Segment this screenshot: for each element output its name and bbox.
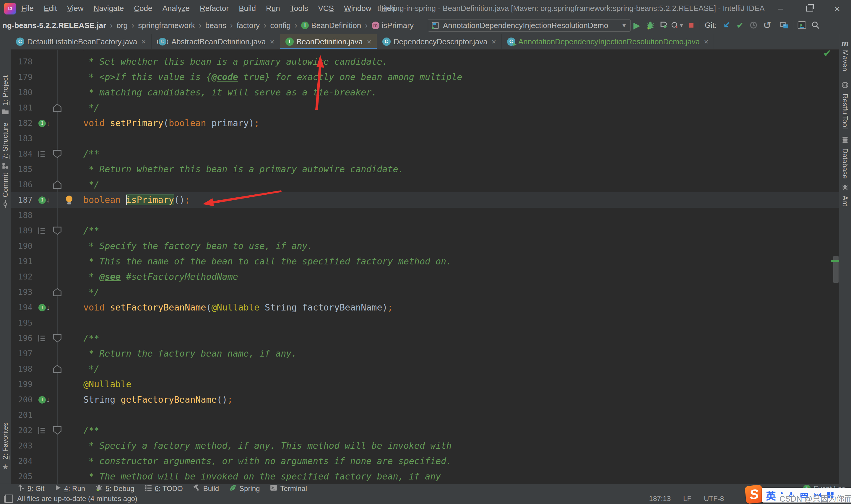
tab-close-icon[interactable]: × xyxy=(270,37,274,47)
profiler-button[interactable]: ▼ xyxy=(671,19,684,31)
code-line-199[interactable]: 199@Nullable xyxy=(11,377,839,392)
code-line-180[interactable]: 180 * matching candidates, it will serve… xyxy=(11,85,839,100)
code-line-194[interactable]: 194I↓void setFactoryBeanName(@Nullable S… xyxy=(11,300,839,315)
close-button[interactable]: × xyxy=(832,3,842,14)
code-editor[interactable]: /**178 * Set whether this bean is a prim… xyxy=(11,50,839,484)
tab-close-icon[interactable]: × xyxy=(704,37,708,47)
code-line-200[interactable]: 200I↓String getFactoryBeanName(); xyxy=(11,392,839,408)
code-line-184[interactable]: 184/** xyxy=(11,146,839,162)
code-line-193[interactable]: 193 */ xyxy=(11,285,839,300)
run-with-coverage-button[interactable] xyxy=(657,19,671,31)
fold-end-icon[interactable] xyxy=(53,288,61,296)
implemented-method-icon[interactable]: I↓ xyxy=(38,392,55,408)
toolwindow-button-spring[interactable]: Spring xyxy=(229,484,260,493)
tab-close-icon[interactable]: × xyxy=(141,37,146,47)
code-line-179[interactable]: 179 * <p>If this value is {@code true} f… xyxy=(11,69,839,85)
code-line-185[interactable]: 185 * Return whether this bean is a prim… xyxy=(11,162,839,177)
tool-stripe-commit[interactable]: Commit xyxy=(0,173,11,210)
menu-analyze[interactable]: Analyze xyxy=(162,4,190,13)
search-everywhere-icon[interactable] xyxy=(809,19,822,31)
breadcrumb-item[interactable]: ›springframework xyxy=(128,21,195,30)
run-configuration-select[interactable]: AnnotationDependencyInjectionResolutionD… xyxy=(428,19,631,32)
code-line-202[interactable]: 202/** xyxy=(11,423,839,438)
fold-end-icon[interactable] xyxy=(53,104,61,112)
tool-stripe-2-favorites[interactable]: 2: Favorites★ xyxy=(0,422,11,471)
tool-stripe-maven[interactable]: mMaven xyxy=(839,39,851,71)
fold-start-icon[interactable] xyxy=(53,426,61,435)
encoding-widget[interactable]: UTF-8 xyxy=(704,494,724,503)
tool-stripe-ant[interactable]: Ant xyxy=(839,183,851,206)
breadcrumb-item[interactable]: ›IBeanDefinition xyxy=(291,21,361,30)
menu-window[interactable]: Window xyxy=(344,4,371,13)
line-separator-widget[interactable]: LF xyxy=(683,494,691,503)
toolwindow-button-4-run[interactable]: 4: Run xyxy=(54,484,85,493)
menu-build[interactable]: Build xyxy=(239,4,256,13)
implemented-method-icon[interactable]: I↓ xyxy=(38,115,55,131)
rollback-button[interactable]: ↺ xyxy=(760,19,774,31)
code-line-198[interactable]: 198 */ xyxy=(11,361,839,377)
breadcrumb-item[interactable]: ›beans xyxy=(195,21,227,30)
toolwindow-button-terminal[interactable]: Terminal xyxy=(270,484,307,493)
toggle-rendered-doc-icon[interactable] xyxy=(38,223,55,238)
toolwindow-button-5-debug[interactable]: 5: Debug xyxy=(95,484,134,493)
editor-tab[interactable]: CDefaultListableBeanFactory.java× xyxy=(11,34,151,49)
code-line-204[interactable]: 204 * constructor arguments, or with no … xyxy=(11,453,839,469)
toolwindow-button-build[interactable]: Build xyxy=(193,484,219,493)
menu-tools[interactable]: Tools xyxy=(290,4,308,13)
code-line-187[interactable]: 187I↓boolean isPrimary(); xyxy=(11,192,839,208)
tool-stripe-7-structure[interactable]: 7: Structure xyxy=(0,123,11,171)
code-line-192[interactable]: 192 * @see #setFactoryMethodName xyxy=(11,269,839,285)
history-button[interactable] xyxy=(747,19,760,31)
debug-button[interactable] xyxy=(644,19,657,31)
code-line-196[interactable]: 196/** xyxy=(11,330,839,346)
toolwindow-button-6-todo[interactable]: 6: TODO xyxy=(144,484,183,493)
breadcrumb-item[interactable]: ›factory xyxy=(227,21,260,30)
update-project-button[interactable] xyxy=(720,19,733,31)
stop-button[interactable]: ■ xyxy=(684,19,698,31)
tab-close-icon[interactable]: × xyxy=(492,37,496,47)
menu-file[interactable]: File xyxy=(21,4,34,13)
fold-end-icon[interactable] xyxy=(53,180,61,189)
code-line-191[interactable]: 191 * This the name of the bean to call … xyxy=(11,254,839,269)
fold-start-icon[interactable] xyxy=(53,150,61,158)
breadcrumb-item[interactable]: ›org xyxy=(106,21,128,30)
code-line-178[interactable]: 178 * Set whether this bean is a primary… xyxy=(11,54,839,69)
code-line-181[interactable]: 181 */ xyxy=(11,100,839,115)
breadcrumb-item[interactable]: ›misPrimary xyxy=(361,21,414,30)
menu-navigate[interactable]: Navigate xyxy=(94,4,124,13)
code-line-189[interactable]: 189/** xyxy=(11,223,839,238)
tool-stripe-1-project[interactable]: 1: Project xyxy=(0,75,11,117)
code-line-186[interactable]: 186 */ xyxy=(11,177,839,192)
project-structure-button[interactable] xyxy=(778,19,791,31)
inspections-ok-icon[interactable]: ✔ xyxy=(823,50,832,59)
code-line[interactable]: /** xyxy=(11,50,839,54)
tab-close-icon[interactable]: × xyxy=(367,37,372,47)
toggle-rendered-doc-icon[interactable] xyxy=(38,146,55,162)
editor-tab[interactable]: IBeanDefinition.java× xyxy=(280,34,377,49)
run-button[interactable]: ▶ xyxy=(630,19,644,31)
menu-run[interactable]: Run xyxy=(266,4,280,13)
run-anything-terminal-button[interactable] xyxy=(795,19,809,31)
code-line-190[interactable]: 190 * Specify the factory bean to use, i… xyxy=(11,238,839,254)
menu-edit[interactable]: Edit xyxy=(44,4,57,13)
code-line-205[interactable]: 205 * The method will be invoked on the … xyxy=(11,469,839,484)
breadcrumb-item[interactable]: ›config xyxy=(260,21,291,30)
caret-position-widget[interactable]: 187:13 xyxy=(649,494,671,503)
menu-code[interactable]: Code xyxy=(134,4,152,13)
menu-refactor[interactable]: Refactor xyxy=(200,4,229,13)
toggle-rendered-doc-icon[interactable] xyxy=(38,330,55,346)
implemented-method-icon[interactable]: I↓ xyxy=(38,300,55,315)
breadcrumb-item[interactable]: ng-beans-5.2.2.RELEASE.jar xyxy=(2,21,106,30)
code-line-183[interactable]: 183 xyxy=(11,131,839,146)
code-line-197[interactable]: 197 * Return the factory bean name, if a… xyxy=(11,346,839,361)
fold-end-icon[interactable] xyxy=(53,365,61,373)
tool-stripe-database[interactable]: Database xyxy=(839,136,851,179)
sogou-logo-icon[interactable]: S xyxy=(745,485,763,504)
toggle-rendered-doc-icon[interactable] xyxy=(38,423,55,438)
code-line-195[interactable]: 195 xyxy=(11,315,839,330)
tool-stripe-restfultool[interactable]: RestfulTool xyxy=(839,81,851,129)
menu-view[interactable]: View xyxy=(67,4,84,13)
status-message[interactable]: All files are up-to-date (4 minutes ago) xyxy=(17,494,138,503)
code-line-182[interactable]: 182I↓void setPrimary(boolean primary); xyxy=(11,115,839,131)
code-line-203[interactable]: 203 * Specify a factory method, if any. … xyxy=(11,438,839,453)
